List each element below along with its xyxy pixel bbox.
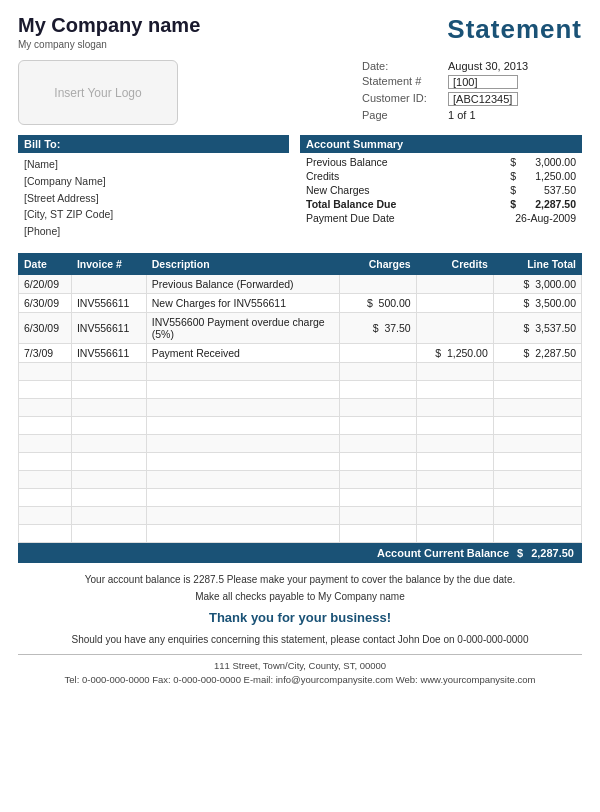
logo-placeholder: Insert Your Logo <box>18 60 178 125</box>
date-label: Date: <box>362 60 442 72</box>
invoice-table: Date Invoice # Description Charges Credi… <box>18 253 582 543</box>
balance-bar: Account Current Balance $ 2,287.50 <box>18 543 582 563</box>
statement-value: [100] <box>448 75 518 89</box>
customer-row: Customer ID: [ABC12345] <box>362 92 582 106</box>
cell-desc: Payment Received <box>146 343 339 362</box>
table-row: 6/30/09 INV556611 INV556600 Payment over… <box>19 312 582 343</box>
page-row: Page 1 of 1 <box>362 109 582 121</box>
page-header: My Company name My company slogan Statem… <box>18 14 582 50</box>
cell-line-total: $ 3,500.00 <box>493 293 581 312</box>
footer-line2: Make all checks payable to My Company na… <box>18 588 582 605</box>
bill-to-header: Bill To: <box>18 135 289 153</box>
cell-invoice: INV556611 <box>71 293 146 312</box>
balance-dollar: $ <box>517 547 523 559</box>
summary-row-due-date: Payment Due Date 26-Aug-2009 <box>306 211 576 225</box>
cell-credits <box>416 293 493 312</box>
cell-invoice <box>71 274 146 293</box>
account-summary-section: Account Summary Previous Balance $ 3,000… <box>300 135 582 243</box>
table-row <box>19 470 582 488</box>
table-row: 7/3/09 INV556611 Payment Received $ 1,25… <box>19 343 582 362</box>
cell-charges <box>339 274 416 293</box>
top-section: Insert Your Logo Date: August 30, 2013 S… <box>18 60 582 125</box>
bill-to-name: [Name] <box>24 156 283 173</box>
summary-label-new: New Charges <box>306 184 504 196</box>
bill-to-company: [Company Name] <box>24 173 283 190</box>
account-summary-body: Previous Balance $ 3,000.00 Credits $ 1,… <box>300 153 582 227</box>
summary-dollar-total: $ <box>504 198 516 210</box>
footer-address: 111 Street, Town/City, County, ST, 00000 <box>18 659 582 673</box>
cell-invoice: INV556611 <box>71 312 146 343</box>
summary-row-prev: Previous Balance $ 3,000.00 <box>306 155 576 169</box>
customer-value: [ABC12345] <box>448 92 518 106</box>
summary-label-due-date: Payment Due Date <box>306 212 484 224</box>
summary-label-credits: Credits <box>306 170 504 182</box>
summary-amount-credits: 1,250.00 <box>516 170 576 182</box>
account-summary-header: Account Summary <box>300 135 582 153</box>
summary-label-total: Total Balance Due <box>306 198 504 210</box>
statement-label: Statement # <box>362 75 442 89</box>
col-header-date: Date <box>19 253 72 274</box>
cell-credits <box>416 274 493 293</box>
summary-amount-due-date: 26-Aug-2009 <box>496 212 576 224</box>
summary-row-total: Total Balance Due $ 2,287.50 <box>306 197 576 211</box>
footer-divider <box>18 654 582 655</box>
table-row <box>19 380 582 398</box>
cell-credits <box>416 312 493 343</box>
cell-date: 6/30/09 <box>19 312 72 343</box>
table-row <box>19 506 582 524</box>
cell-line-total: $ 2,287.50 <box>493 343 581 362</box>
bill-to-body: [Name] [Company Name] [Street Address] [… <box>18 153 289 243</box>
cell-desc: INV556600 Payment overdue charge (5%) <box>146 312 339 343</box>
summary-label-prev: Previous Balance <box>306 156 504 168</box>
bill-to-city: [City, ST ZIP Code] <box>24 206 283 223</box>
bill-to-section: Bill To: [Name] [Company Name] [Street A… <box>18 135 289 243</box>
col-header-description: Description <box>146 253 339 274</box>
balance-amount: 2,287.50 <box>531 547 574 559</box>
col-header-invoice: Invoice # <box>71 253 146 274</box>
footer-thank-you: Thank you for your business! <box>18 607 582 629</box>
summary-row-new: New Charges $ 537.50 <box>306 183 576 197</box>
bill-to-street: [Street Address] <box>24 190 283 207</box>
col-header-credits: Credits <box>416 253 493 274</box>
table-row <box>19 452 582 470</box>
company-name: My Company name <box>18 14 200 37</box>
page-label: Page <box>362 109 442 121</box>
bill-to-phone: [Phone] <box>24 223 283 240</box>
company-info: My Company name My company slogan <box>18 14 200 50</box>
date-row: Date: August 30, 2013 <box>362 60 582 72</box>
statement-title: Statement <box>447 14 582 45</box>
cell-charges <box>339 343 416 362</box>
table-row: 6/30/09 INV556611 New Charges for INV556… <box>19 293 582 312</box>
date-info: Date: August 30, 2013 Statement # [100] … <box>362 60 582 125</box>
cell-date: 6/30/09 <box>19 293 72 312</box>
customer-label: Customer ID: <box>362 92 442 106</box>
cell-line-total: $ 3,000.00 <box>493 274 581 293</box>
page-value: 1 of 1 <box>448 109 476 121</box>
footer-section: Your account balance is 2287.5 Please ma… <box>18 571 582 688</box>
cell-date: 7/3/09 <box>19 343 72 362</box>
footer-line3: Should you have any enquiries concerning… <box>18 631 582 648</box>
table-row <box>19 416 582 434</box>
summary-amount-prev: 3,000.00 <box>516 156 576 168</box>
cell-charges: $ 500.00 <box>339 293 416 312</box>
cell-credits: $ 1,250.00 <box>416 343 493 362</box>
table-row <box>19 524 582 542</box>
summary-dollar-new: $ <box>504 184 516 196</box>
summary-amount-new: 537.50 <box>516 184 576 196</box>
cell-desc: New Charges for INV556611 <box>146 293 339 312</box>
company-slogan: My company slogan <box>18 39 200 50</box>
cell-desc: Previous Balance (Forwarded) <box>146 274 339 293</box>
table-row <box>19 362 582 380</box>
table-header-row: Date Invoice # Description Charges Credi… <box>19 253 582 274</box>
col-header-charges: Charges <box>339 253 416 274</box>
balance-label: Account Current Balance <box>377 547 509 559</box>
date-value: August 30, 2013 <box>448 60 528 72</box>
summary-row-credits: Credits $ 1,250.00 <box>306 169 576 183</box>
summary-dollar-prev: $ <box>504 156 516 168</box>
statement-row: Statement # [100] <box>362 75 582 89</box>
cell-line-total: $ 3,537.50 <box>493 312 581 343</box>
col-header-line-total: Line Total <box>493 253 581 274</box>
mid-section: Bill To: [Name] [Company Name] [Street A… <box>18 135 582 243</box>
table-row: 6/20/09 Previous Balance (Forwarded) $ 3… <box>19 274 582 293</box>
summary-dollar-due-date <box>484 212 496 224</box>
